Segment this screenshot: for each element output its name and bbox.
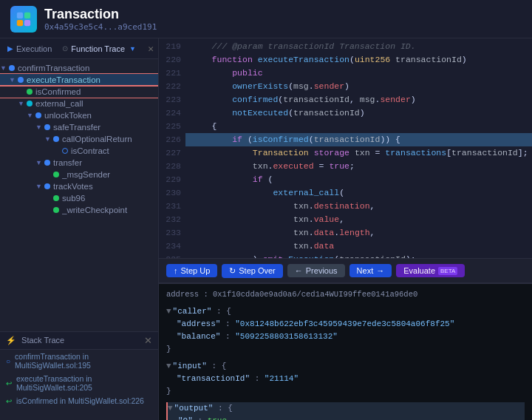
tree-dot — [35, 112, 41, 118]
tree-dot — [9, 65, 15, 71]
tree-item-transfer[interactable]: ▼transfer — [0, 157, 158, 169]
line-number: 220 — [159, 53, 181, 67]
evaluate-button[interactable]: Evaluate BETA — [396, 264, 465, 277]
code-line: external_call( — [185, 186, 532, 200]
output-line: "balance" : "5092258803158613132" — [166, 331, 525, 343]
stack-trace-close[interactable]: ✕ — [144, 335, 152, 346]
tree-item-label: safeTransfer — [53, 123, 158, 132]
line-number: 222 — [159, 80, 181, 93]
json-key: "caller" — [173, 307, 212, 316]
collapse-icon[interactable]: ▼ — [166, 307, 171, 316]
tree-item-label: _msgSender — [62, 170, 158, 179]
tab-close-button[interactable]: ✕ — [148, 43, 154, 55]
json-value: "0x81248b622ebf3c45959439e7ede3c5804a06f… — [235, 319, 454, 328]
collapse-icon[interactable]: ▼ — [166, 362, 171, 370]
tree-item-_writeCheckpoint[interactable]: _writeCheckpoint — [0, 204, 158, 216]
tree-dot — [44, 124, 50, 130]
app-header: Transaction 0x4a59c3e5c4...a9ced191 — [0, 0, 532, 38]
code-line: ) emit Execution(transactionId); — [185, 253, 532, 258]
tree-expand-icon: ▼ — [18, 100, 27, 107]
json-brace: } — [166, 387, 171, 396]
collapse-icon[interactable]: ▼ — [168, 404, 173, 413]
line-number: 229 — [159, 173, 181, 186]
json-key: "input" — [173, 362, 207, 370]
app-icon — [10, 6, 37, 33]
svg-rect-1 — [24, 12, 30, 18]
output-line: ▼"output" : { — [166, 402, 525, 415]
code-line: /// @param transactionId Transaction ID. — [185, 40, 532, 53]
output-line: ▼"input" : { — [166, 360, 525, 373]
output-line: address : 0x1f10cdda0e9ad0a6/ced1a4WUI99… — [166, 288, 525, 301]
tree-item-sub96[interactable]: sub96 — [0, 192, 158, 204]
json-key: "0" — [178, 416, 193, 420]
stack-trace-title: ⚡ Stack Trace — [6, 336, 64, 345]
tree-item-confirmTransaction[interactable]: ▼confirmTransaction — [0, 62, 158, 74]
code-line: ownerExists(msg.sender) — [185, 80, 532, 93]
line-number: 228 — [159, 160, 181, 173]
tree-item-executeTransaction[interactable]: ▼executeTransaction — [0, 74, 158, 86]
code-content[interactable]: /// @param transactionId Transaction ID.… — [185, 38, 532, 258]
tree-expand-icon: ▼ — [35, 123, 44, 131]
code-line: txn.data.length, — [185, 226, 532, 240]
tree-item-callOptionalReturn[interactable]: ▼callOptionalReturn — [0, 133, 158, 145]
tree-dot — [27, 89, 33, 95]
stack-item[interactable]: ↩ executeTransaction in MultiSigWallet.s… — [0, 372, 158, 394]
tree-item-isContract[interactable]: isContract — [0, 145, 158, 157]
tree-item-_msgSender[interactable]: _msgSender — [0, 169, 158, 180]
code-line: txn.executed = true; — [185, 160, 532, 173]
tree-dot — [27, 101, 33, 106]
code-line: public — [185, 67, 532, 80]
function-trace-tree: ▼confirmTransaction▼executeTransactionis… — [0, 59, 158, 331]
line-number: 233 — [159, 226, 181, 240]
tab-function-trace[interactable]: ⊙ Function Trace ▼ — [59, 43, 139, 55]
json-brace: } — [166, 345, 171, 353]
tab-execution[interactable]: ▶ Execution — [4, 43, 55, 55]
previous-button[interactable]: ← Previous — [287, 264, 345, 277]
code-line: { — [185, 120, 532, 133]
output-panel: address : 0x1f10cdda0e9ad0a6/ced1a4WUI99… — [159, 283, 532, 420]
line-number: 231 — [159, 200, 181, 213]
step-up-button[interactable]: ↑ Step Up — [166, 264, 217, 277]
json-value: "5092258803158613132" — [235, 332, 338, 341]
left-panel: ▶ Execution ⊙ Function Trace ▼ ✕ ▼confir… — [0, 38, 159, 420]
tree-expand-icon: ▼ — [35, 183, 44, 190]
line-number: 227 — [159, 146, 181, 160]
line-number: 224 — [159, 106, 181, 120]
svg-rect-2 — [17, 19, 23, 25]
json-key: "output" — [174, 404, 214, 413]
tree-item-label: external_call — [35, 99, 158, 108]
beta-badge: BETA — [438, 267, 457, 275]
tree-item-label: confirmTransaction — [18, 64, 158, 72]
next-button[interactable]: Next → — [349, 264, 392, 277]
code-line: notExecuted(transactionId) — [185, 106, 532, 120]
tree-item-unlockToken[interactable]: ▼unlockToken — [0, 109, 158, 121]
line-number: 221 — [159, 67, 181, 80]
output-line: "transactionId" : "21114" — [166, 373, 525, 385]
stack-item-label: isConfirmed in MultiSigWallet.sol:226 — [16, 396, 144, 405]
tree-item-safeTransfer[interactable]: ▼safeTransfer — [0, 121, 158, 133]
tree-item-label: executeTransaction — [27, 75, 158, 84]
line-number: 230 — [159, 186, 181, 200]
tree-item-label: sub96 — [62, 194, 158, 203]
tree-item-isConfirmed[interactable]: isConfirmed — [0, 86, 158, 98]
line-number: 223 — [159, 93, 181, 106]
line-number: 235 — [159, 253, 181, 258]
code-line: if ( — [185, 173, 532, 186]
header-text: Transaction 0x4a59c3e5c4...a9ced191 — [44, 7, 157, 32]
line-numbers: 2192202212222232242252262272282292302312… — [159, 38, 185, 258]
tree-item-label: unlockToken — [44, 111, 158, 120]
stack-item[interactable]: ↩ isConfirmed in MultiSigWallet.sol:226 — [0, 394, 158, 407]
stack-trace-items: ○ confirmTransaction in MultiSigWallet.s… — [0, 350, 158, 420]
tree-item-external_call[interactable]: ▼external_call — [0, 98, 158, 109]
tree-expand-icon: ▼ — [0, 64, 9, 72]
tree-item-trackVotes[interactable]: ▼trackVotes — [0, 180, 158, 192]
step-up-icon: ↑ — [174, 266, 178, 275]
stack-item[interactable]: ○ confirmTransaction in MultiSigWallet.s… — [0, 350, 158, 372]
code-area: 2192202212222232242252262272282292302312… — [159, 38, 532, 258]
tab-bar: ▶ Execution ⊙ Function Trace ▼ ✕ — [0, 38, 158, 59]
code-line: function executeTransaction(uint256 tran… — [185, 53, 532, 67]
tree-expand-icon: ▼ — [9, 76, 18, 84]
tree-dot — [18, 77, 24, 83]
tree-item-label: isContract — [71, 146, 158, 155]
step-over-button[interactable]: ↻ Step Over — [222, 264, 283, 278]
